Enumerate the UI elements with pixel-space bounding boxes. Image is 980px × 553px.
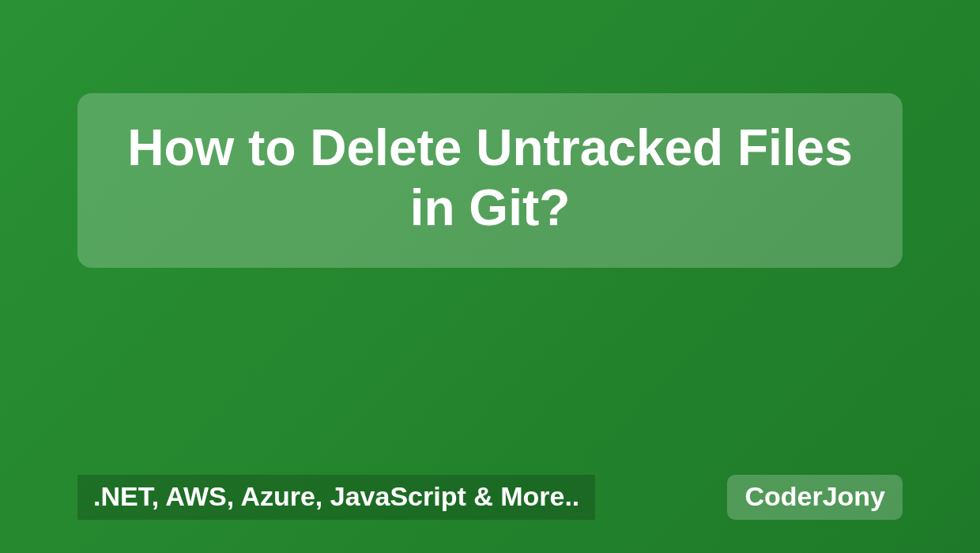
title-card: How to Delete Untracked Files in Git? <box>77 93 903 268</box>
bottom-row: .NET, AWS, Azure, JavaScript & More.. Co… <box>77 475 903 520</box>
page-title: How to Delete Untracked Files in Git? <box>109 118 871 238</box>
tags-label: .NET, AWS, Azure, JavaScript & More.. <box>77 475 595 520</box>
brand-label: CoderJony <box>727 475 903 520</box>
